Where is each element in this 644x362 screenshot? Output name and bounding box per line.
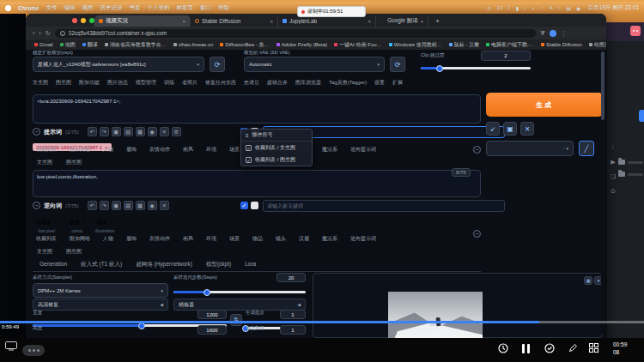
apply-style-button[interactable]: ╱ [579,141,594,156]
webui-nav-tab[interactable]: 图库浏览器 [295,79,321,87]
apps-grid-icon[interactable] [589,343,598,353]
category-button[interactable]: 表情动作 [146,233,173,244]
clip-skip-value[interactable]: 2 [481,51,531,61]
timer-icon[interactable] [498,343,508,353]
steps-value[interactable]: 20 [276,273,306,282]
collapse-icon[interactable]: − [33,128,40,136]
webui-nav-tab[interactable]: 图生图 [56,79,71,87]
extensions-puzzle-icon[interactable]: ⧩ [540,30,545,37]
webui-nav-tab[interactable]: 修复任何东西 [205,79,236,87]
category-button[interactable]: 魔法系 [319,233,341,244]
reload-icon[interactable]: ↻ [46,30,51,37]
swap-dimensions-button[interactable]: ⇅ [230,314,242,326]
menubar-menu-item[interactable]: 个人资料 [148,4,170,12]
category-button[interactable]: 画风 [179,233,197,244]
category-button[interactable]: 画风 [179,144,197,154]
bookmark-item[interactable]: Windows 使用教程… [389,41,442,49]
category-button[interactable]: 服饰 [123,233,140,244]
webui-nav-tab[interactable]: 扩展 [392,79,403,87]
webui-nav-tab[interactable]: 训练 [164,79,174,87]
site-info-icon[interactable]: i [60,31,65,36]
danmaku-toggle[interactable] [22,345,45,356]
files-icon[interactable]: ⫶ [612,144,614,150]
category-button[interactable]: 逆向提示词 [347,144,380,154]
minimize-window-button[interactable] [81,18,86,23]
webui-nav-tab[interactable]: Tag反推(Tagger) [329,79,367,87]
generation-tab[interactable]: 模型(ckpt) [199,258,238,271]
siri-icon[interactable]: ◉ [576,5,580,11]
paste-params-button[interactable]: ↙ [486,122,500,136]
new-keyword-input[interactable] [263,200,505,212]
bookmark-item[interactable]: 绘图页 | GPU 算力… [589,41,606,49]
copy-icon[interactable]: ▤ [124,201,133,210]
bookmark-item[interactable]: 一键AI·绘画 Fou… [334,41,382,49]
more-menu-icon[interactable]: ⋮ [561,30,567,37]
generation-tab[interactable]: Lora [238,258,263,271]
bookmark-item[interactable]: 电脑客户端下载-… [486,41,534,49]
webui-nav-tab[interactable]: 模型管理 [136,79,156,87]
close-window-button[interactable] [72,18,77,23]
height-value[interactable]: 1600 [197,325,227,335]
generation-tab[interactable]: 超网络 (Hypernetwork) [129,258,199,271]
menu-item-favorites-txt2img[interactable]: ✓ 收藏列表 / 文生图 [241,142,312,154]
positive-prompt-textarea[interactable]: <lora:20230909-1694217042987:1>, [33,94,481,124]
bookmark-item[interactable]: Adobe Firefly (Beta) [276,42,327,47]
select-all-icon[interactable]: ▣ [112,127,121,136]
category-button[interactable]: 服饰 [123,144,140,154]
category-button[interactable]: 魔法系 [319,144,341,154]
tag-close-icon[interactable]: × [54,220,58,225]
menubar-menu-item[interactable]: 书签 [130,4,141,12]
steps-slider[interactable] [173,291,306,293]
clip-skip-slider[interactable] [421,67,531,69]
webui-nav-tab[interactable]: 附加功能 [79,79,100,87]
category-button[interactable]: 收藏列表 [33,233,60,244]
clear-icon[interactable]: ✕ [160,127,169,136]
collapse-icon[interactable]: − [473,146,481,154]
menu-item-operators[interactable]: ≡ 操作符号 [241,130,312,142]
batch-size-value[interactable]: 1 [280,325,306,335]
battery-icon[interactable]: ▮ [516,5,519,11]
tag-close-icon[interactable]: × [110,220,113,225]
prompt-tag[interactable]: 漫画 × [66,217,89,227]
tab-close-icon[interactable]: × [182,19,185,24]
mini-display-icon[interactable] [5,341,17,351]
redo-icon[interactable]: ↷ [100,201,109,210]
category-button[interactable]: 环境 [203,144,220,154]
category-button[interactable]: 附加网络 [66,144,94,154]
file-row[interactable] [618,172,643,177]
ckpt-dropdown[interactable]: 麦橘人造人_v1040模型.safetensors [ea8e891c]▾ [33,57,204,72]
browser-tab[interactable]: Stable Diffusion × [191,15,278,27]
browser-tab[interactable]: 视频实况 × [94,15,191,27]
subtab-button[interactable]: 图生图 [62,157,86,167]
secondary-checkbox[interactable] [251,202,258,209]
menubar-app-name[interactable]: Chrome [18,5,39,11]
tab-close-icon[interactable]: × [270,19,273,24]
tab-close-icon[interactable]: × [368,19,371,24]
bookmark-item[interactable]: zihao.freeas.cn [173,42,214,47]
styles-select[interactable]: ◦ ▾ [486,141,574,156]
webui-nav-tab[interactable]: 设置 [374,79,385,87]
subtab-button[interactable]: 图生图 [62,246,86,256]
maximize-window-button[interactable] [89,18,94,23]
refiner-accordion[interactable]: 精炼器◀ [173,299,306,311]
collapse-icon[interactable]: − [33,202,40,209]
undo-icon[interactable]: ↶ [88,201,97,210]
webui-nav-tab[interactable]: 文生图 [33,79,48,87]
category-button[interactable]: 收藏列表 [33,144,60,154]
browser-tab[interactable]: Google 翻译 × [376,15,428,27]
profile-avatar[interactable] [550,30,556,37]
count-badge[interactable]: 13 [496,5,502,10]
volume-icon[interactable]: ♪ [524,5,526,10]
category-button[interactable]: 镜头 [272,233,289,244]
generation-tab[interactable]: 嵌入式 (T1 嵌入) [74,258,129,271]
back-icon[interactable]: ‹ [33,30,34,36]
clock-icon[interactable] [544,343,555,353]
preview-icon[interactable]: ◉ [148,127,157,136]
settings-icon[interactable]: ⚙ [172,127,181,136]
bookmark-item[interactable]: DiffusionBee - 免… [220,41,269,49]
webui-nav-tab[interactable]: 老照片 [182,79,197,87]
bookmark-item[interactable]: 地图 [60,41,76,49]
control-center-icon[interactable]: ▤ [566,5,571,11]
menubar-menu-item[interactable]: 标签页 [177,4,194,12]
category-button[interactable]: 物品 [249,233,266,244]
